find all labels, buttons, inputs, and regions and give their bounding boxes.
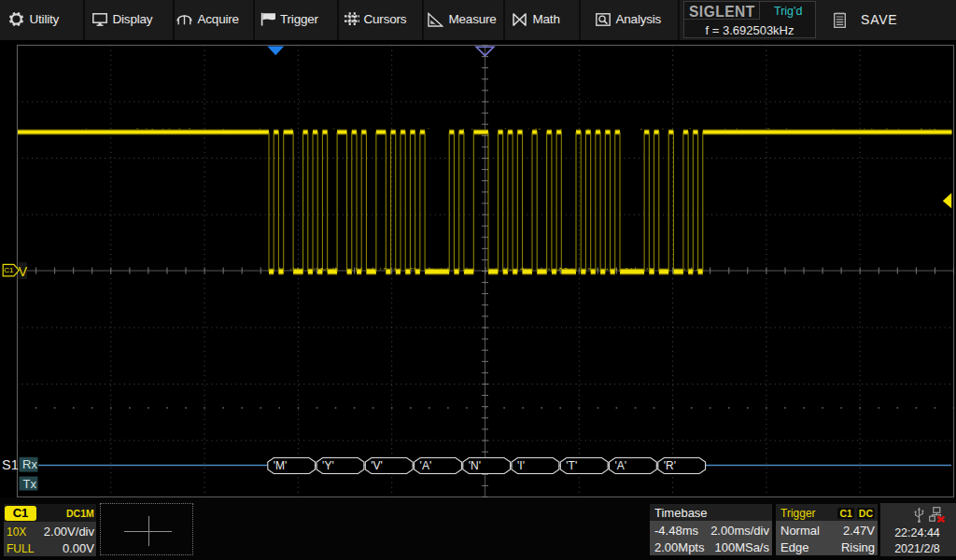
svg-text:S1: S1	[2, 457, 19, 472]
svg-text:'A': 'A'	[615, 459, 627, 472]
svg-text:'T': 'T'	[566, 459, 577, 472]
svg-text:'Y': 'Y'	[322, 459, 334, 472]
svg-text:Tx: Tx	[23, 477, 37, 491]
svg-text:'V': 'V'	[371, 459, 383, 472]
svg-text:'N': 'N'	[469, 459, 481, 472]
svg-text:'R': 'R'	[664, 459, 676, 472]
svg-text:V: V	[19, 264, 28, 279]
svg-text:'A': 'A'	[420, 459, 432, 472]
svg-text:Rx: Rx	[22, 457, 37, 471]
svg-text:C1: C1	[4, 266, 14, 274]
svg-text:'I': 'I'	[517, 459, 525, 472]
svg-text:'M': 'M'	[274, 459, 288, 472]
